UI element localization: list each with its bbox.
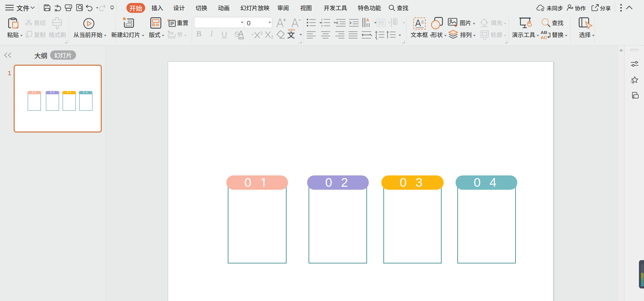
svg-text:A: A — [366, 18, 369, 22]
svg-text:3: 3 — [321, 24, 323, 27]
svg-text:AB: AB — [541, 30, 547, 35]
svg-text:B: B — [394, 21, 396, 25]
svg-text:2: 2 — [260, 31, 263, 35]
svg-text:2: 2 — [321, 21, 323, 24]
svg-text:1: 1 — [321, 18, 323, 21]
svg-text:2: 2 — [271, 35, 273, 39]
svg-text:AC: AC — [541, 35, 547, 40]
